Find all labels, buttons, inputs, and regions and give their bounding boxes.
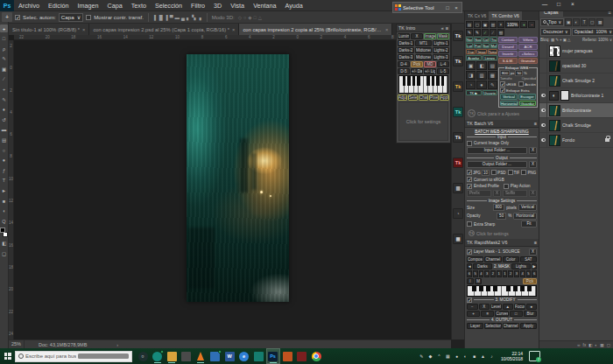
source-composite[interactable]: Composite: [467, 256, 483, 262]
nav-tk[interactable]: TK ▶: [466, 90, 482, 95]
output-selection[interactable]: Selection: [484, 323, 501, 329]
menu-edicion[interactable]: Edición: [44, 0, 74, 11]
blend-mode-dropdown[interactable]: Oscurecer∨: [540, 28, 571, 36]
util-dup[interactable]: Dup: [466, 49, 476, 54]
output-folder-button[interactable]: Output Folder ...: [467, 161, 527, 168]
document-tab[interactable]: con capas impresion 2.psd al 25% (Capa 1…: [89, 24, 239, 35]
extra-sharpen-checkbox[interactable]: [500, 88, 505, 93]
tk-button-darks-3[interactable]: Darks-3: [398, 54, 414, 60]
vlc-icon[interactable]: [194, 349, 207, 363]
word-icon[interactable]: W: [223, 349, 236, 363]
volume-tray-icon[interactable]: ♪: [489, 354, 495, 359]
curves-icon[interactable]: ◧: [476, 61, 486, 70]
pen-tool[interactable]: ƒ: [0, 166, 8, 174]
path-selection-tool[interactable]: ►: [0, 187, 8, 195]
piano-black-key[interactable]: [479, 286, 483, 291]
tk-button-l-5[interactable]: L-5: [437, 68, 449, 74]
taskbar-clock[interactable]: 22:1410/05/2018: [501, 351, 523, 361]
visibility-toggle[interactable]: [540, 74, 547, 88]
layer-mask-thumbnail[interactable]: [560, 90, 569, 101]
tk-button-lights[interactable]: +/- Lights: [424, 68, 436, 74]
layer-row[interactable]: Chalk Smudge 2: [539, 74, 613, 88]
tk-button-mask[interactable]: Mask: [437, 33, 449, 39]
rectangular-marquee-tool[interactable]: □: [0, 35, 8, 43]
burn-icon[interactable]: ●: [476, 80, 486, 89]
panel-menu-icon[interactable]: ≡: [446, 25, 448, 31]
convert-srgb-checkbox[interactable]: [467, 177, 472, 182]
modify-checkbox[interactable]: [467, 298, 472, 303]
piano-black-key[interactable]: [513, 286, 518, 291]
layer-thumbnail[interactable]: [549, 105, 560, 116]
file-explorer-icon[interactable]: [166, 349, 178, 363]
zone-2[interactable]: 2: [490, 270, 496, 277]
save-icon[interactable]: ▣: [482, 21, 489, 28]
zoom-out-button[interactable]: −: [528, 21, 535, 28]
brush-tool[interactable]: ✎: [0, 95, 8, 103]
close-tab-icon[interactable]: ×: [232, 27, 235, 32]
filter-pixel-layers-icon[interactable]: ▣: [565, 18, 572, 26]
jpg-quality-field[interactable]: 10: [482, 170, 490, 176]
fill-value[interactable]: 100%: [598, 38, 609, 42]
eyedropper-icon[interactable]: ∕: [490, 29, 497, 36]
opacity-dropdown[interactable]: Opacidad:100%∨: [572, 28, 613, 36]
opacity-field[interactable]: 50: [497, 213, 506, 220]
zone-6[interactable]: 6: [467, 270, 472, 277]
show-transform-checkbox[interactable]: [86, 15, 91, 20]
align-middle-icon[interactable]: ▬: [174, 15, 181, 20]
tk-button-lights-1[interactable]: Lights-1: [433, 40, 449, 46]
foreground-color-swatch[interactable]: [0, 228, 5, 233]
distribute-right-icon[interactable]: ▗: [196, 15, 201, 20]
mask-right-arrow[interactable]: ▶: [532, 263, 537, 270]
grid-icon[interactable]: ▦: [488, 71, 497, 80]
zone-6[interactable]: 6: [532, 270, 537, 277]
piano-black-key[interactable]: [520, 286, 525, 291]
visibility-toggle[interactable]: [540, 88, 547, 102]
web-horizontal[interactable]: Horizontal: [500, 101, 518, 107]
library-panel-icon[interactable]: ▥: [453, 183, 463, 193]
microphone-icon[interactable]: [78, 354, 129, 359]
layer-thumbnail[interactable]: [549, 75, 560, 87]
tk-button-image[interactable]: Image: [424, 33, 436, 39]
auto-select-target-dropdown[interactable]: Capa∨: [59, 13, 83, 22]
suffix-field[interactable]: Suffix: [503, 190, 527, 197]
shape-tool[interactable]: ■: [0, 197, 8, 205]
menu-vista[interactable]: Vista: [226, 0, 249, 11]
web-escoger[interactable]: Escoger: [518, 94, 536, 100]
tk-button-md[interactable]: MD: [424, 61, 436, 67]
fit-button[interactable]: Fit: [521, 220, 537, 228]
cortana-icon[interactable]: ○: [137, 349, 149, 363]
modify-item[interactable]: ≡: [481, 311, 494, 317]
blend-norm[interactable]: Norm: [466, 37, 473, 42]
tk-intro-panel-icon[interactable]: Tk: [453, 56, 463, 66]
piano-black-key[interactable]: [506, 286, 511, 291]
tk-button-darks-2[interactable]: Darks-2: [398, 47, 414, 53]
tk-button-d-4[interactable]: D-4: [398, 61, 410, 67]
zoom-tool[interactable]: Q: [0, 217, 8, 225]
visibility-toggle[interactable]: [540, 59, 547, 73]
layer-thumbnail[interactable]: [549, 60, 560, 72]
dock-tab-tk-cx-v6[interactable]: TK Cx V6: [465, 11, 489, 20]
vertical-button[interactable]: Vertical: [518, 204, 537, 211]
source-color[interactable]: Color: [503, 256, 519, 262]
tk-button-x[interactable]: X: [411, 33, 423, 39]
format-tif[interactable]: TIF: [508, 170, 520, 175]
web-size-field[interactable]: 800: [500, 70, 510, 76]
modify-item[interactable]: □: [510, 311, 523, 317]
modify-item[interactable]: +: [467, 311, 480, 317]
close-button[interactable]: ×: [567, 1, 578, 7]
fx-contorn[interactable]: Contorn: [498, 37, 518, 43]
spot-healing-tool[interactable]: +: [0, 86, 8, 94]
hand-tool[interactable]: ◖: [0, 207, 8, 215]
red-app-icon[interactable]: [296, 349, 308, 363]
piano-black-key[interactable]: [486, 286, 490, 291]
tk-button-darks-1[interactable]: Darks-1: [398, 40, 414, 46]
mask-left-arrow[interactable]: ◄: [467, 263, 472, 270]
canvas-area[interactable]: 222018161412108642024681012 202468101214…: [9, 35, 451, 340]
dodge-icon[interactable]: ◔: [466, 80, 476, 89]
document-tab[interactable]: con capas impresion 2 copia al 25% (Bril…: [239, 24, 392, 35]
tk-action-apply[interactable]: Apply: [440, 94, 449, 101]
fx-invertir[interactable]: Invertir: [498, 51, 518, 57]
eyedropper-tool[interactable]: ∕: [0, 75, 8, 83]
tk-combo-panel-icon[interactable]: Tk: [453, 132, 463, 143]
tk-teal-panel-icon[interactable]: Tk: [453, 107, 463, 117]
